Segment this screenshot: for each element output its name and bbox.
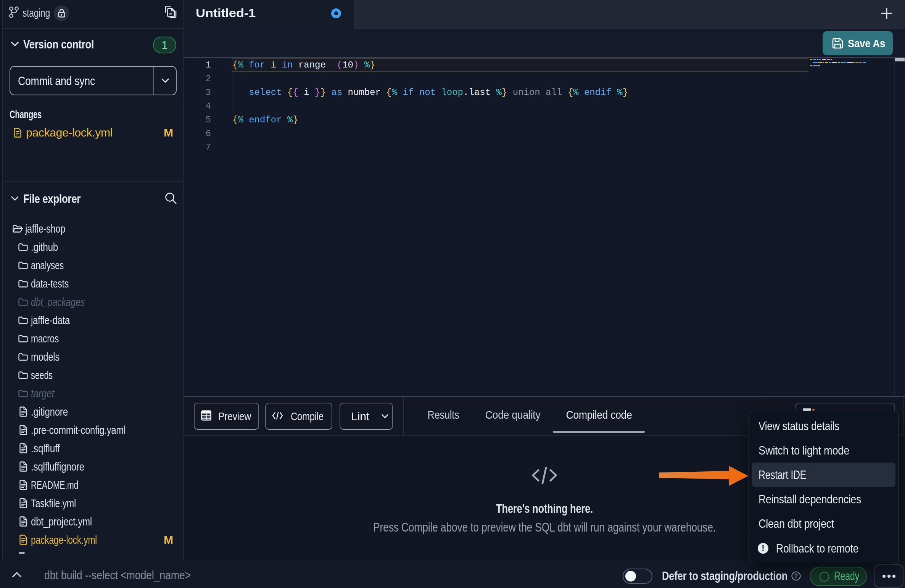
svg-text:?: ? xyxy=(794,573,798,579)
